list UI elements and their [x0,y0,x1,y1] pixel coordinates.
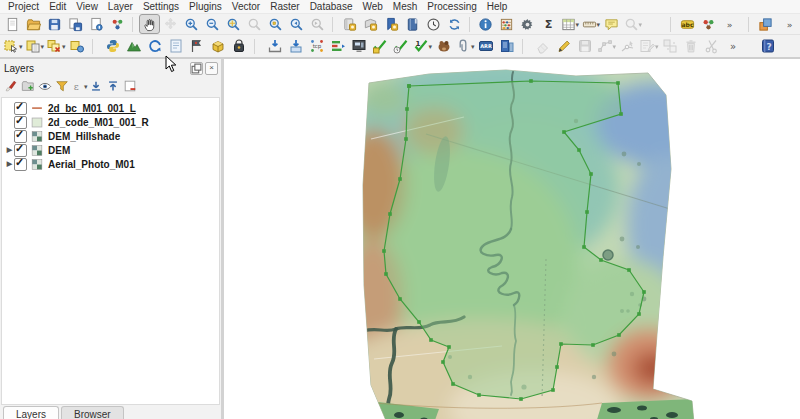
select-by-location-button[interactable] [67,35,88,57]
pan-map-button[interactable] [139,14,160,34]
processing-toolbox-button[interactable] [517,14,538,34]
select-features-button[interactable]: ▾ [2,35,24,57]
style-manager-button[interactable] [107,14,128,34]
grass-tools-button[interactable] [124,35,145,57]
layout-panel-plugin-button[interactable] [497,35,518,57]
zoom-full-extent-button[interactable] [223,14,244,34]
menu-layer[interactable]: Layer [103,0,138,13]
check-single-button[interactable]: 1▾ [412,35,434,57]
new-spatial-bookmark-button[interactable] [339,14,360,34]
layer-row-2d_bc_m01_001_l[interactable]: ✓2d_bc_M01_001_L [2,101,219,115]
zoom-in-button[interactable] [181,14,202,34]
dropdown-arrow-icon[interactable]: ▾ [19,43,23,50]
menu-processing[interactable]: Processing [422,0,481,13]
python-console-button[interactable] [103,35,124,57]
dropdown-arrow-icon[interactable]: ▾ [655,43,659,50]
menu-project[interactable]: Project [3,0,44,13]
dropdown-arrow-icon[interactable]: ▾ [429,43,433,50]
expand-arrow-icon[interactable]: ▶ [5,146,14,154]
layer-row-2d_code_m01_001_r[interactable]: ✓2d_code_M01_001_R [2,115,219,129]
statistical-summary-button[interactable]: Σ [538,14,559,34]
layer-row-dem[interactable]: ▶✓DEM [2,143,219,157]
dropdown-arrow-icon[interactable]: ▾ [576,21,580,28]
expand-all-button[interactable] [88,78,105,95]
dropdown-arrow-icon[interactable]: ▾ [639,21,643,28]
save-edits-button[interactable] [575,35,596,57]
close-panel-button[interactable]: × [205,62,218,75]
menu-plugins[interactable]: Plugins [184,0,227,13]
collapse-all-button[interactable] [105,78,122,95]
open-attribute-table-button[interactable]: ▾ [559,14,580,34]
locator-search-button[interactable]: ▾ [622,14,643,34]
pan-to-selection-button[interactable] [160,14,181,34]
dropdown-arrow-icon[interactable]: ▾ [62,43,66,50]
dropdown-arrow-icon[interactable]: ▾ [613,43,617,50]
layer-row-dem_hillshade[interactable]: ✓DEM_Hillshade [2,129,219,143]
zoom-to-layer-button[interactable] [265,14,286,34]
project-new-button[interactable] [2,14,23,34]
remove-layer-button[interactable] [122,78,139,95]
zoom-next-button[interactable] [307,14,328,34]
zoom-out-button[interactable] [202,14,223,34]
menu-mesh[interactable]: Mesh [388,0,422,13]
refresh-map-button[interactable] [444,14,465,34]
open-layer-styling-button[interactable] [2,78,19,95]
menu-edit[interactable]: Edit [44,0,71,13]
plugin-colors-button[interactable] [698,14,719,34]
toolbar-overflow-1-button[interactable]: » [719,14,740,34]
tab-browser[interactable]: Browser [61,406,124,419]
attachments-button[interactable]: ▾ [454,35,476,57]
georeferencer-button[interactable] [187,35,208,57]
bookmark-manager-button[interactable] [381,14,402,34]
filter-legend-button[interactable] [53,78,70,95]
add-group-button[interactable] [19,78,36,95]
menu-help[interactable]: Help [482,0,513,13]
arr-plugin-button[interactable]: ARR [476,35,497,57]
vertex-tool-button[interactable] [617,35,638,57]
measure-button[interactable]: ▾ [580,14,601,34]
toolbar-overflow-3-button[interactable]: » [723,35,744,57]
deselect-features-button[interactable]: ▾ [45,35,67,57]
float-panel-button[interactable] [190,62,203,75]
reload-plugin-button[interactable] [145,35,166,57]
plugin-layers-button[interactable] [755,14,776,34]
db-manager-button[interactable] [208,35,229,57]
show-spatial-bookmarks-button[interactable] [360,14,381,34]
select-by-value-button[interactable]: ▾ [24,35,46,57]
expand-arrow-icon[interactable]: ▶ [5,160,14,168]
field-calculator-button[interactable] [496,14,517,34]
project-open-button[interactable] [23,14,44,34]
menu-settings[interactable]: Settings [138,0,184,13]
profile-tool-button[interactable] [328,35,349,57]
add-feature-button[interactable]: ▾ [596,35,618,57]
tab-layers[interactable]: Layers [3,406,59,419]
tcp-connector-button[interactable]: tcp [307,35,328,57]
menu-web[interactable]: Web [357,0,387,13]
layout-manager-button[interactable] [86,14,107,34]
layer-row-aerial_photo_m01[interactable]: ▶✓Aerial_Photo_M01 [2,157,219,171]
dropdown-arrow-icon[interactable]: ▾ [471,43,475,50]
text-annotation-button[interactable]: abc [677,14,698,34]
dropdown-arrow-icon[interactable]: ▾ [597,21,601,28]
menu-database[interactable]: Database [305,0,358,13]
dropdown-arrow-icon[interactable]: ▾ [84,83,88,90]
undo-edits-button[interactable] [533,35,554,57]
screen-capture-button[interactable] [349,35,370,57]
import-raster-button[interactable] [286,35,307,57]
osm-tools-button[interactable] [229,35,250,57]
project-save-as-button[interactable] [65,14,86,34]
filter-by-expression-button[interactable]: ε▾ [70,78,88,95]
import-vector-button[interactable] [265,35,286,57]
modify-attributes-button[interactable]: ▾ [638,35,660,57]
temporal-controller-button[interactable] [423,14,444,34]
dropdown-arrow-icon[interactable]: ▾ [41,43,45,50]
layer-visibility-checkbox[interactable]: ✓ [14,158,27,171]
toggle-editing-button[interactable] [554,35,575,57]
project-save-button[interactable] [44,14,65,34]
menu-vector[interactable]: Vector [227,0,265,13]
show-bookmarks-button[interactable] [402,14,423,34]
zoom-to-selection-button[interactable] [244,14,265,34]
menu-raster[interactable]: Raster [265,0,304,13]
check-topology-button[interactable] [391,35,412,57]
check-geometry-button[interactable] [370,35,391,57]
